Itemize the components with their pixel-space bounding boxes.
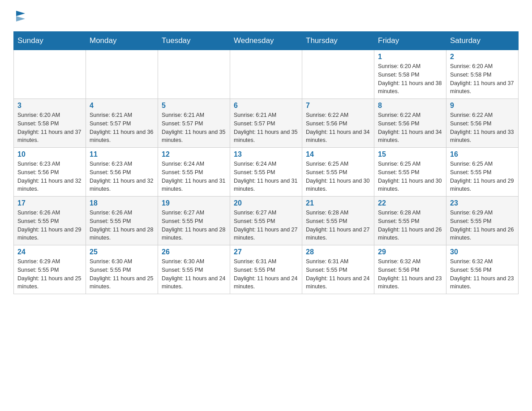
day-info: Sunrise: 6:28 AM Sunset: 5:55 PM Dayligh…	[378, 209, 442, 242]
calendar-cell: 26Sunrise: 6:30 AM Sunset: 5:55 PM Dayli…	[158, 245, 230, 294]
day-number: 15	[378, 150, 442, 158]
day-info: Sunrise: 6:20 AM Sunset: 5:58 PM Dayligh…	[378, 62, 442, 96]
day-number: 28	[306, 248, 370, 256]
day-number: 16	[450, 150, 515, 158]
day-number: 17	[17, 199, 82, 207]
calendar-cell	[230, 50, 302, 99]
calendar-cell: 11Sunrise: 6:23 AM Sunset: 5:56 PM Dayli…	[86, 148, 158, 197]
calendar-cell: 10Sunrise: 6:23 AM Sunset: 5:56 PM Dayli…	[14, 148, 86, 197]
day-number: 29	[378, 248, 442, 256]
day-info: Sunrise: 6:30 AM Sunset: 5:55 PM Dayligh…	[162, 257, 226, 291]
day-info: Sunrise: 6:24 AM Sunset: 5:55 PM Dayligh…	[234, 160, 298, 193]
logo-flag-icon	[14, 9, 27, 21]
day-number: 3	[17, 102, 82, 110]
calendar-cell: 24Sunrise: 6:29 AM Sunset: 5:55 PM Dayli…	[14, 245, 86, 294]
day-header-tuesday: Tuesday	[158, 32, 230, 50]
calendar-week-row: 3Sunrise: 6:20 AM Sunset: 5:58 PM Daylig…	[14, 99, 519, 148]
calendar-cell	[14, 50, 86, 99]
calendar-cell: 3Sunrise: 6:20 AM Sunset: 5:58 PM Daylig…	[14, 99, 86, 148]
calendar-week-row: 1Sunrise: 6:20 AM Sunset: 5:58 PM Daylig…	[14, 50, 519, 99]
day-number: 19	[162, 199, 226, 207]
day-number: 24	[17, 248, 82, 256]
calendar-cell	[302, 50, 374, 99]
calendar-cell: 17Sunrise: 6:26 AM Sunset: 5:55 PM Dayli…	[14, 197, 86, 245]
calendar-cell: 5Sunrise: 6:21 AM Sunset: 5:57 PM Daylig…	[158, 99, 230, 148]
day-info: Sunrise: 6:29 AM Sunset: 5:55 PM Dayligh…	[17, 257, 82, 291]
day-info: Sunrise: 6:31 AM Sunset: 5:55 PM Dayligh…	[234, 257, 298, 291]
calendar-cell: 18Sunrise: 6:26 AM Sunset: 5:55 PM Dayli…	[86, 197, 158, 245]
day-number: 7	[306, 102, 370, 110]
day-number: 10	[17, 150, 82, 158]
day-number: 14	[306, 150, 370, 158]
day-info: Sunrise: 6:32 AM Sunset: 5:56 PM Dayligh…	[450, 257, 515, 291]
day-header-monday: Monday	[86, 32, 158, 50]
day-info: Sunrise: 6:22 AM Sunset: 5:56 PM Dayligh…	[450, 111, 515, 145]
day-header-sunday: Sunday	[14, 32, 86, 50]
day-number: 2	[450, 53, 515, 61]
day-info: Sunrise: 6:20 AM Sunset: 5:58 PM Dayligh…	[450, 62, 515, 96]
day-info: Sunrise: 6:31 AM Sunset: 5:55 PM Dayligh…	[306, 257, 370, 291]
calendar-week-row: 17Sunrise: 6:26 AM Sunset: 5:55 PM Dayli…	[14, 197, 519, 245]
day-info: Sunrise: 6:21 AM Sunset: 5:57 PM Dayligh…	[162, 111, 226, 145]
calendar-cell: 13Sunrise: 6:24 AM Sunset: 5:55 PM Dayli…	[230, 148, 302, 197]
svg-marker-1	[16, 16, 25, 21]
logo	[13, 9, 27, 22]
day-number: 22	[378, 199, 442, 207]
calendar-cell: 15Sunrise: 6:25 AM Sunset: 5:55 PM Dayli…	[374, 148, 446, 197]
calendar-cell: 7Sunrise: 6:22 AM Sunset: 5:56 PM Daylig…	[302, 99, 374, 148]
day-number: 8	[378, 102, 442, 110]
day-info: Sunrise: 6:20 AM Sunset: 5:58 PM Dayligh…	[17, 111, 82, 145]
day-info: Sunrise: 6:30 AM Sunset: 5:55 PM Dayligh…	[90, 257, 154, 291]
day-number: 20	[234, 199, 298, 207]
calendar-cell: 12Sunrise: 6:24 AM Sunset: 5:55 PM Dayli…	[158, 148, 230, 197]
day-number: 11	[90, 150, 154, 158]
calendar-header-row: SundayMondayTuesdayWednesdayThursdayFrid…	[14, 32, 519, 50]
day-number: 21	[306, 199, 370, 207]
day-number: 26	[162, 248, 226, 256]
day-info: Sunrise: 6:24 AM Sunset: 5:55 PM Dayligh…	[162, 160, 226, 193]
calendar-cell: 14Sunrise: 6:25 AM Sunset: 5:55 PM Dayli…	[302, 148, 374, 197]
calendar-table: SundayMondayTuesdayWednesdayThursdayFrid…	[13, 31, 519, 294]
day-number: 4	[90, 102, 154, 110]
day-info: Sunrise: 6:22 AM Sunset: 5:56 PM Dayligh…	[378, 111, 442, 145]
calendar-cell: 6Sunrise: 6:21 AM Sunset: 5:57 PM Daylig…	[230, 99, 302, 148]
calendar-cell: 9Sunrise: 6:22 AM Sunset: 5:56 PM Daylig…	[446, 99, 519, 148]
calendar-cell: 8Sunrise: 6:22 AM Sunset: 5:56 PM Daylig…	[374, 99, 446, 148]
day-number: 25	[90, 248, 154, 256]
page-header	[13, 9, 519, 22]
day-info: Sunrise: 6:25 AM Sunset: 5:55 PM Dayligh…	[306, 160, 370, 193]
calendar-cell: 4Sunrise: 6:21 AM Sunset: 5:57 PM Daylig…	[86, 99, 158, 148]
day-info: Sunrise: 6:32 AM Sunset: 5:56 PM Dayligh…	[378, 257, 442, 291]
day-info: Sunrise: 6:29 AM Sunset: 5:55 PM Dayligh…	[450, 209, 515, 242]
day-number: 13	[234, 150, 298, 158]
calendar-cell	[86, 50, 158, 99]
day-number: 6	[234, 102, 298, 110]
day-header-friday: Friday	[374, 32, 446, 50]
day-info: Sunrise: 6:27 AM Sunset: 5:55 PM Dayligh…	[162, 209, 226, 242]
calendar-cell: 2Sunrise: 6:20 AM Sunset: 5:58 PM Daylig…	[446, 50, 519, 99]
day-number: 12	[162, 150, 226, 158]
day-info: Sunrise: 6:25 AM Sunset: 5:55 PM Dayligh…	[378, 160, 442, 193]
day-info: Sunrise: 6:21 AM Sunset: 5:57 PM Dayligh…	[234, 111, 298, 145]
day-info: Sunrise: 6:23 AM Sunset: 5:56 PM Dayligh…	[17, 160, 82, 193]
day-header-saturday: Saturday	[446, 32, 519, 50]
calendar-cell: 20Sunrise: 6:27 AM Sunset: 5:55 PM Dayli…	[230, 197, 302, 245]
day-number: 30	[450, 248, 515, 256]
day-info: Sunrise: 6:23 AM Sunset: 5:56 PM Dayligh…	[90, 160, 154, 193]
day-info: Sunrise: 6:21 AM Sunset: 5:57 PM Dayligh…	[90, 111, 154, 145]
calendar-cell: 25Sunrise: 6:30 AM Sunset: 5:55 PM Dayli…	[86, 245, 158, 294]
day-info: Sunrise: 6:22 AM Sunset: 5:56 PM Dayligh…	[306, 111, 370, 145]
day-info: Sunrise: 6:28 AM Sunset: 5:55 PM Dayligh…	[306, 209, 370, 242]
day-number: 18	[90, 199, 154, 207]
calendar-cell: 29Sunrise: 6:32 AM Sunset: 5:56 PM Dayli…	[374, 245, 446, 294]
calendar-cell: 21Sunrise: 6:28 AM Sunset: 5:55 PM Dayli…	[302, 197, 374, 245]
calendar-cell: 23Sunrise: 6:29 AM Sunset: 5:55 PM Dayli…	[446, 197, 519, 245]
day-info: Sunrise: 6:25 AM Sunset: 5:55 PM Dayligh…	[450, 160, 515, 193]
calendar-cell: 28Sunrise: 6:31 AM Sunset: 5:55 PM Dayli…	[302, 245, 374, 294]
day-info: Sunrise: 6:26 AM Sunset: 5:55 PM Dayligh…	[90, 209, 154, 242]
day-number: 1	[378, 53, 442, 61]
calendar-cell: 22Sunrise: 6:28 AM Sunset: 5:55 PM Dayli…	[374, 197, 446, 245]
day-number: 9	[450, 102, 515, 110]
day-number: 27	[234, 248, 298, 256]
day-number: 23	[450, 199, 515, 207]
